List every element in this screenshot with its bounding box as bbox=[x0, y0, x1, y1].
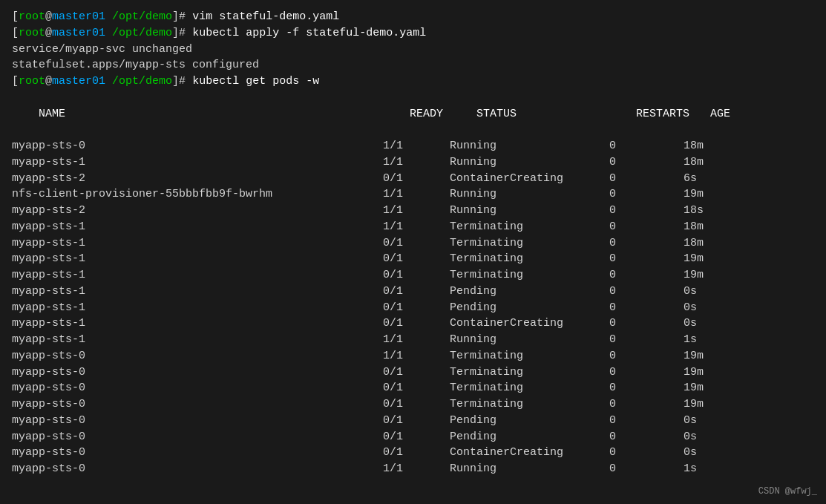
table-row: myapp-sts-00/1Terminating019m bbox=[12, 380, 814, 396]
cell-restarts: 0 bbox=[609, 396, 684, 413]
cell-restarts: 0 bbox=[609, 235, 684, 252]
output-line-2: statefulset.apps/myapp-sts configured bbox=[12, 57, 814, 73]
table-row: myapp-sts-10/1Terminating019m bbox=[12, 251, 814, 267]
cell-age: 18m bbox=[684, 219, 704, 235]
cell-restarts: 0 bbox=[609, 300, 684, 316]
cell-age: 18m bbox=[684, 154, 704, 171]
table-row: myapp-sts-00/1Pending00s bbox=[12, 429, 814, 445]
cell-name: myapp-sts-0 bbox=[12, 138, 383, 154]
cell-name: nfs-client-provisioner-55bbbfbb9f-bwrhm bbox=[12, 186, 383, 203]
cell-name: myapp-sts-2 bbox=[12, 171, 383, 187]
cell-status: ContainerCreating bbox=[450, 445, 609, 461]
table-row: myapp-sts-00/1Terminating019m bbox=[12, 396, 814, 413]
cell-name: myapp-sts-0 bbox=[12, 445, 383, 461]
cell-status: ContainerCreating bbox=[450, 171, 609, 187]
cell-status: Terminating bbox=[450, 380, 609, 396]
cell-ready: 1/1 bbox=[383, 203, 450, 219]
cell-status: Pending bbox=[450, 284, 609, 300]
cell-status: Running bbox=[450, 154, 609, 171]
table-row: myapp-sts-00/1Terminating019m bbox=[12, 364, 814, 381]
cell-ready: 1/1 bbox=[383, 154, 450, 171]
cell-ready: 0/1 bbox=[383, 380, 450, 396]
cell-ready: 0/1 bbox=[383, 413, 450, 429]
cell-name: myapp-sts-1 bbox=[12, 219, 383, 235]
table-row: myapp-sts-11/1Running01s bbox=[12, 332, 814, 348]
prompt-path-1: /opt/demo bbox=[112, 10, 172, 23]
cell-restarts: 0 bbox=[609, 429, 684, 445]
cell-name: myapp-sts-0 bbox=[12, 396, 383, 413]
prompt-path-2: /opt/demo bbox=[112, 27, 172, 39]
cell-status: Terminating bbox=[450, 396, 609, 413]
cell-status: Terminating bbox=[450, 348, 609, 364]
cell-ready: 1/1 bbox=[383, 186, 450, 203]
prompt-user-1: root bbox=[19, 10, 45, 23]
cell-restarts: 0 bbox=[609, 267, 684, 284]
cell-name: myapp-sts-1 bbox=[12, 300, 383, 316]
cell-age: 0s bbox=[684, 300, 697, 316]
header-age: AGE bbox=[710, 106, 730, 122]
command-line-3: [root@master01 /opt/demo]# kubectl get p… bbox=[12, 73, 814, 90]
cell-name: myapp-sts-0 bbox=[12, 364, 383, 381]
cell-age: 19m bbox=[684, 396, 704, 413]
cell-status: Terminating bbox=[450, 364, 609, 381]
cell-restarts: 0 bbox=[609, 203, 684, 219]
cmd-text-2: kubectl apply -f stateful-demo.yaml bbox=[192, 27, 426, 39]
cell-age: 19m bbox=[684, 364, 704, 381]
header-ready: READY bbox=[410, 106, 476, 122]
cell-name: myapp-sts-0 bbox=[12, 413, 383, 429]
cell-restarts: 0 bbox=[609, 251, 684, 267]
cell-name: myapp-sts-2 bbox=[12, 203, 383, 219]
cell-ready: 1/1 bbox=[383, 219, 450, 235]
prompt-hash-3: # bbox=[179, 75, 192, 88]
cell-name: myapp-sts-1 bbox=[12, 315, 383, 332]
cell-restarts: 0 bbox=[609, 186, 684, 203]
prompt-hash-1: # bbox=[179, 10, 192, 23]
cell-age: 19m bbox=[684, 186, 704, 203]
cell-restarts: 0 bbox=[609, 348, 684, 364]
cell-restarts: 0 bbox=[609, 380, 684, 396]
header-status: STATUS bbox=[476, 106, 636, 122]
cell-ready: 0/1 bbox=[383, 300, 450, 316]
table-row: myapp-sts-00/1ContainerCreating00s bbox=[12, 445, 814, 461]
command-line-2: [root@master01 /opt/demo]# kubectl apply… bbox=[12, 25, 814, 42]
table-row: myapp-sts-10/1Terminating019m bbox=[12, 267, 814, 284]
cell-status: ContainerCreating bbox=[450, 315, 609, 332]
table-row: myapp-sts-10/1Terminating018m bbox=[12, 235, 814, 252]
cell-age: 18m bbox=[684, 235, 704, 252]
cell-status: Running bbox=[450, 138, 609, 154]
cell-age: 6s bbox=[684, 171, 697, 187]
prompt-hash-2: # bbox=[179, 27, 192, 39]
cell-ready: 0/1 bbox=[383, 396, 450, 413]
cell-name: myapp-sts-0 bbox=[12, 429, 383, 445]
bracket-close-1: ] bbox=[172, 10, 179, 23]
cell-restarts: 0 bbox=[609, 284, 684, 300]
prompt-host-3: master01 bbox=[52, 75, 105, 88]
cell-ready: 1/1 bbox=[383, 138, 450, 154]
cell-ready: 0/1 bbox=[383, 445, 450, 461]
header-name: NAME bbox=[39, 106, 410, 122]
cell-status: Pending bbox=[450, 413, 609, 429]
cell-name: myapp-sts-1 bbox=[12, 267, 383, 284]
cell-status: Terminating bbox=[450, 219, 609, 235]
cell-status: Running bbox=[450, 332, 609, 348]
cell-name: myapp-sts-0 bbox=[12, 380, 383, 396]
watermark: CSDN @wfwj_ bbox=[758, 486, 817, 497]
table-row: myapp-sts-11/1Running018m bbox=[12, 154, 814, 171]
cell-restarts: 0 bbox=[609, 413, 684, 429]
table-row: myapp-sts-00/1Pending00s bbox=[12, 413, 814, 429]
prompt-host-1: master01 bbox=[52, 10, 105, 23]
cell-age: 0s bbox=[684, 413, 697, 429]
bracket-close-2: ] bbox=[172, 27, 179, 39]
prompt-at-2: @ bbox=[45, 27, 52, 39]
cell-name: myapp-sts-1 bbox=[12, 332, 383, 348]
cell-status: Running bbox=[450, 186, 609, 203]
cell-status: Pending bbox=[450, 300, 609, 316]
cell-ready: 0/1 bbox=[383, 364, 450, 381]
cell-age: 1s bbox=[684, 461, 697, 477]
table-row: myapp-sts-11/1Terminating018m bbox=[12, 219, 814, 235]
cell-age: 0s bbox=[684, 315, 697, 332]
prompt-at-1: @ bbox=[45, 10, 52, 23]
cmd-text-1: vim stateful-demo.yaml bbox=[192, 10, 339, 23]
cell-age: 0s bbox=[684, 284, 697, 300]
table-row: nfs-client-provisioner-55bbbfbb9f-bwrhm1… bbox=[12, 186, 814, 203]
